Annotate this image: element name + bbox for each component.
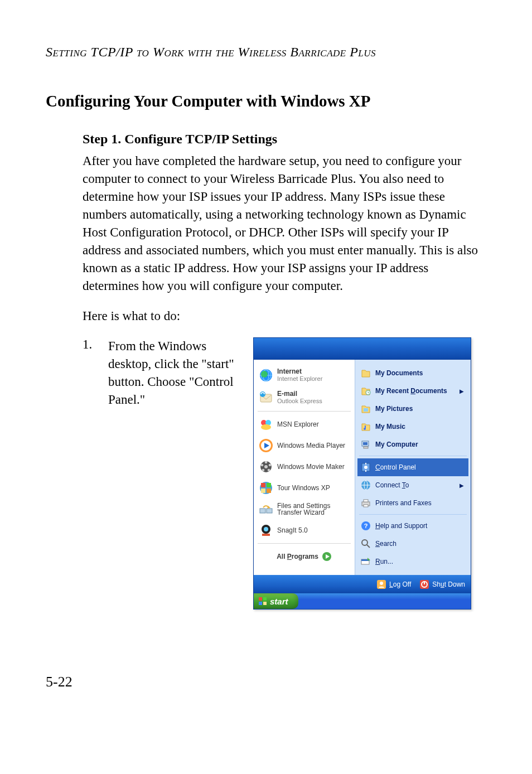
right-my-documents-label: My Documents: [375, 369, 423, 377]
svg-point-39: [364, 466, 367, 469]
recent-snagit[interactable]: SnagIt 5.0: [256, 520, 352, 541]
svg-point-13: [264, 465, 268, 468]
windows-flag-icon: [258, 597, 267, 606]
list-number: 1.: [83, 337, 108, 352]
email-icon: [258, 390, 274, 405]
all-programs-label: All Programs: [277, 553, 318, 560]
separator: [359, 514, 467, 515]
recent-wmp-label: Windows Media Player: [277, 442, 345, 449]
recent-msn-label: MSN Explorer: [277, 420, 319, 428]
svg-point-50: [362, 540, 367, 545]
svg-rect-29: [262, 534, 270, 536]
snagit-icon: [258, 523, 274, 538]
search-icon: [360, 538, 372, 550]
svg-point-34: [364, 428, 366, 430]
right-search[interactable]: Search: [357, 535, 468, 553]
start-menu: Internet Internet Explorer E-mail Outloo…: [253, 337, 471, 609]
right-printers-faxes-label: Printers and Faxes: [375, 499, 432, 507]
logoff-label: Log Off: [389, 580, 411, 588]
svg-rect-25: [267, 509, 272, 513]
internet-icon: [258, 367, 274, 383]
svg-rect-61: [263, 597, 267, 601]
start-menu-bottom-bar: Log Off Shut Down: [254, 575, 471, 593]
right-my-computer-label: My Computer: [375, 441, 418, 448]
svg-point-15: [269, 464, 272, 467]
start-menu-left-col: Internet Internet Explorer E-mail Outloo…: [254, 360, 355, 575]
svg-rect-22: [261, 488, 265, 493]
connect-icon: [360, 479, 372, 491]
pinned-email-title: E-mail: [277, 390, 322, 398]
recent-msn-explorer[interactable]: MSN Explorer: [256, 414, 352, 435]
svg-point-16: [268, 469, 270, 472]
svg-rect-24: [260, 509, 265, 513]
music-icon: [360, 420, 372, 433]
svg-point-28: [264, 527, 268, 531]
right-connect-to[interactable]: Connect To ▶: [357, 476, 468, 494]
section-title: Configuring Your Computer with Windows X…: [46, 92, 486, 110]
pinned-internet-title: Internet: [277, 368, 322, 375]
shutdown-icon: [419, 579, 430, 590]
right-my-documents[interactable]: My Documents: [357, 364, 468, 382]
list-item-1: 1. From the Windows desktop, click the "…: [83, 337, 486, 609]
start-button[interactable]: start: [254, 593, 298, 609]
step-leadin: Here is what to do:: [83, 307, 486, 325]
run-icon: [360, 555, 372, 568]
right-run[interactable]: Run...: [357, 553, 468, 570]
start-menu-right-col: My Documents My Recent Documents ▶ My Pi…: [355, 360, 471, 575]
right-help-label: Help and Support: [375, 522, 427, 530]
svg-marker-54: [367, 558, 370, 560]
right-help-support[interactable]: ? Help and Support: [357, 517, 468, 535]
svg-rect-33: [364, 408, 368, 412]
right-my-pictures[interactable]: My Pictures: [357, 400, 468, 418]
step-heading: Step 1. Configure TCP/IP Settings: [83, 132, 486, 147]
submenu-arrow-icon: ▶: [458, 388, 466, 394]
svg-rect-41: [365, 470, 366, 472]
wmp-icon: [258, 438, 274, 453]
recent-tour[interactable]: Tour Windows XP: [256, 477, 352, 499]
recent-wmm-label: Windows Movie Maker: [277, 463, 345, 471]
wmm-icon: [258, 459, 274, 475]
page-number: 5-22: [46, 674, 72, 690]
running-head: Setting TCP/IP to Work with the Wireless…: [46, 45, 486, 60]
recent-fstw[interactable]: Files and Settings Transfer Wizard: [256, 499, 352, 520]
pinned-internet[interactable]: Internet Internet Explorer: [256, 364, 352, 386]
right-printers-faxes[interactable]: Printers and Faxes: [357, 494, 468, 512]
right-control-panel[interactable]: Control Panel: [357, 458, 468, 476]
right-my-music[interactable]: My Music: [357, 418, 468, 436]
submenu-arrow-icon: ▶: [458, 482, 466, 488]
right-search-label: Search: [375, 540, 396, 548]
right-recent-documents[interactable]: My Recent Documents ▶: [357, 382, 468, 400]
right-control-panel-label: Control Panel: [375, 463, 416, 471]
pictures-icon: [360, 403, 372, 415]
all-programs[interactable]: All Programs: [256, 546, 352, 567]
svg-point-18: [261, 464, 264, 467]
svg-rect-20: [261, 483, 265, 487]
control-panel-icon: [360, 461, 372, 473]
svg-rect-47: [364, 505, 368, 507]
right-my-pictures-label: My Pictures: [375, 405, 413, 413]
svg-rect-46: [364, 500, 368, 502]
svg-point-14: [265, 461, 268, 464]
right-my-music-label: My Music: [375, 423, 405, 430]
pinned-email[interactable]: E-mail Outlook Express: [256, 386, 352, 409]
recent-fstw-label: Files and Settings Transfer Wizard: [277, 502, 350, 516]
recent-wmp[interactable]: Windows Media Player: [256, 435, 352, 456]
msn-icon: [258, 417, 274, 432]
svg-rect-21: [267, 483, 271, 487]
svg-rect-40: [365, 463, 366, 465]
svg-rect-63: [263, 602, 267, 605]
right-my-computer[interactable]: My Computer: [357, 436, 468, 453]
printers-icon: [360, 497, 372, 509]
pinned-internet-sub: Internet Explorer: [277, 375, 322, 383]
recent-wmm[interactable]: Windows Movie Maker: [256, 456, 352, 477]
logoff-button[interactable]: Log Off: [374, 578, 413, 591]
svg-rect-60: [259, 597, 262, 601]
shutdown-button[interactable]: Shut Down: [417, 578, 467, 591]
list-text: From the Windows desktop, click the "sta…: [108, 337, 253, 409]
right-recent-documents-label: My Recent Documents: [375, 387, 447, 395]
computer-icon: [360, 438, 372, 451]
recent-icon: [360, 385, 372, 397]
svg-point-3: [261, 371, 268, 378]
svg-point-56: [380, 582, 383, 585]
step-body: After you have completed the hardware se…: [83, 152, 486, 295]
